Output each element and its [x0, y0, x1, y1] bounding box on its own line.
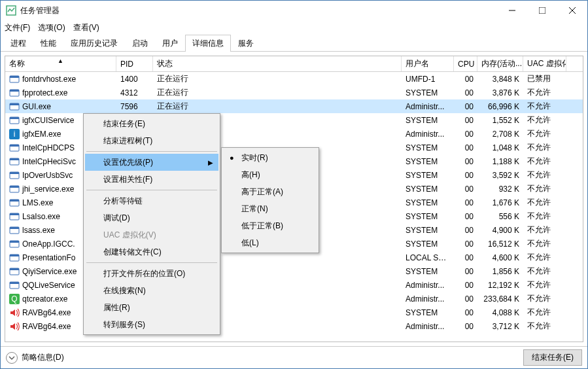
svg-text:Q: Q — [11, 294, 17, 304]
tab-0[interactable]: 进程 — [3, 35, 33, 52]
cell-cpu: 00 — [454, 116, 477, 125]
col-state[interactable]: 状态 — [153, 56, 402, 71]
cell-uac: 不允许 — [523, 142, 566, 153]
menu-view[interactable]: 查看(V) — [73, 22, 99, 33]
process-name: igfxEM.exe — [22, 130, 61, 139]
menu-item[interactable]: 正常(N) — [223, 200, 317, 217]
tab-1[interactable]: 性能 — [33, 35, 63, 52]
tab-5[interactable]: 详细信息 — [185, 35, 231, 52]
menu-item[interactable]: 转到服务(S) — [85, 316, 218, 333]
col-uac[interactable]: UAC 虚拟化 — [523, 56, 566, 71]
process-name: IpOverUsbSvc — [22, 171, 73, 180]
menu-item[interactable]: 分析等待链 — [85, 192, 218, 209]
cell-cpu: 00 — [454, 75, 477, 84]
priority-submenu[interactable]: 实时(R)●高(H)高于正常(A)正常(N)低于正常(B)低(L) — [221, 147, 319, 253]
tab-4[interactable]: 用户 — [155, 35, 185, 52]
process-name: lsass.exe — [22, 226, 55, 235]
menu-options[interactable]: 选项(O) — [38, 22, 65, 33]
menu-item[interactable]: 设置优先级(P)▶ — [85, 154, 218, 171]
cell-user: SYSTEM — [402, 267, 454, 276]
cell-user: SYSTEM — [402, 157, 454, 166]
cell-cpu: 00 — [454, 308, 477, 317]
process-name: LMS.exe — [22, 198, 53, 207]
cell-uac: 不允许 — [523, 211, 566, 222]
svg-rect-24 — [10, 200, 19, 202]
process-name: RAVBg64.exe — [22, 308, 71, 317]
menu-item[interactable]: 高于正常(A) — [223, 183, 317, 200]
col-user[interactable]: 用户名 — [402, 56, 454, 71]
cell-uac: 不允许 — [523, 279, 566, 290]
cell-mem: 3,592 K — [477, 171, 523, 180]
menu-item[interactable]: 低(L) — [223, 234, 317, 251]
col-cpu[interactable]: CPU — [454, 56, 477, 71]
menu-item[interactable]: 属性(R) — [85, 299, 218, 316]
process-name: GUI.exe — [22, 102, 51, 111]
context-menu[interactable]: 结束任务(E)结束进程树(T)设置优先级(P)▶设置相关性(F)分析等待链调试(… — [83, 113, 220, 335]
cell-user: SYSTEM — [402, 308, 454, 317]
close-button[interactable] — [557, 1, 587, 20]
cell-cpu: 00 — [454, 184, 477, 194]
svg-rect-2 — [539, 7, 545, 14]
menu-file[interactable]: 文件(F) — [5, 22, 30, 33]
window-title: 任务管理器 — [20, 5, 60, 16]
menu-item[interactable]: 打开文件所在的位置(O) — [85, 265, 218, 282]
cell-pid: 1400 — [116, 75, 153, 84]
menu-item[interactable]: 设置相关性(F) — [85, 171, 218, 188]
cell-user: UMFD-1 — [402, 75, 454, 84]
tab-3[interactable]: 启动 — [125, 35, 155, 52]
col-pid[interactable]: PID — [116, 56, 153, 71]
process-name: LsaIso.exe — [22, 212, 60, 221]
menu-item[interactable]: 结束进程树(T) — [85, 132, 218, 149]
process-icon — [9, 74, 20, 84]
svg-text:i: i — [14, 130, 16, 139]
cell-user: SYSTEM — [402, 226, 454, 235]
cell-uac: 不允许 — [523, 101, 566, 112]
process-icon — [9, 88, 20, 98]
table-row[interactable]: fpprotect.exe4312正在运行SYSTEM003,876 K不允许 — [5, 86, 583, 99]
svg-rect-26 — [10, 213, 19, 215]
cell-cpu: 00 — [454, 157, 477, 166]
cell-cpu: 00 — [454, 226, 477, 235]
menu-item[interactable]: 结束任务(E) — [85, 115, 218, 132]
process-icon — [9, 198, 20, 208]
process-icon: Q — [9, 294, 20, 304]
cell-pid: 7596 — [116, 102, 153, 111]
end-task-button[interactable]: 结束任务(E) — [523, 349, 582, 366]
process-icon — [9, 280, 20, 290]
table-row[interactable]: fontdrvhost.exe1400正在运行UMFD-1003,848 K已禁… — [5, 72, 583, 86]
cell-uac: 不允许 — [523, 252, 566, 263]
cell-cpu: 00 — [454, 130, 477, 139]
brief-info-label[interactable]: 简略信息(D) — [22, 352, 64, 363]
process-icon — [9, 225, 20, 236]
menu-item[interactable]: 调试(D) — [85, 209, 218, 226]
minimize-button[interactable] — [497, 1, 527, 20]
menu-item[interactable]: 实时(R)● — [223, 149, 317, 166]
cell-uac: 不允许 — [523, 169, 566, 181]
table-row[interactable]: GUI.exe7596正在运行Administr...0066,996 K不允许 — [5, 99, 583, 113]
menu-item[interactable]: 高(H) — [223, 166, 317, 183]
footer: 简略信息(D) 结束任务(E) — [1, 346, 587, 368]
menu-item[interactable]: 在线搜索(N) — [85, 282, 218, 299]
tab-2[interactable]: 应用历史记录 — [63, 35, 125, 52]
tab-strip: 进程性能应用历史记录启动用户详细信息服务 — [1, 35, 587, 52]
process-name: PresentationFo — [22, 253, 75, 262]
process-icon: i — [9, 129, 20, 139]
menu-item[interactable]: 低于正常(B) — [223, 217, 317, 234]
cell-mem: 233,684 K — [477, 294, 523, 304]
maximize-button[interactable] — [527, 1, 557, 20]
svg-rect-18 — [10, 158, 19, 160]
svg-rect-36 — [10, 282, 19, 284]
svg-rect-8 — [10, 90, 19, 92]
cell-user: SYSTEM — [402, 198, 454, 207]
col-mem[interactable]: 内存(活动... — [477, 56, 523, 71]
cell-state: 正在运行 — [153, 87, 402, 98]
menu-item[interactable]: 创建转储文件(C) — [85, 243, 218, 260]
cell-mem: 12,192 K — [477, 281, 523, 290]
tab-6[interactable]: 服务 — [231, 35, 261, 52]
cell-user: Administr... — [402, 281, 454, 290]
cell-uac: 不允许 — [523, 197, 566, 208]
fewer-details-button[interactable] — [6, 352, 18, 364]
cell-cpu: 00 — [454, 253, 477, 262]
cell-mem: 4,900 K — [477, 226, 523, 235]
cell-mem: 556 K — [477, 212, 523, 221]
